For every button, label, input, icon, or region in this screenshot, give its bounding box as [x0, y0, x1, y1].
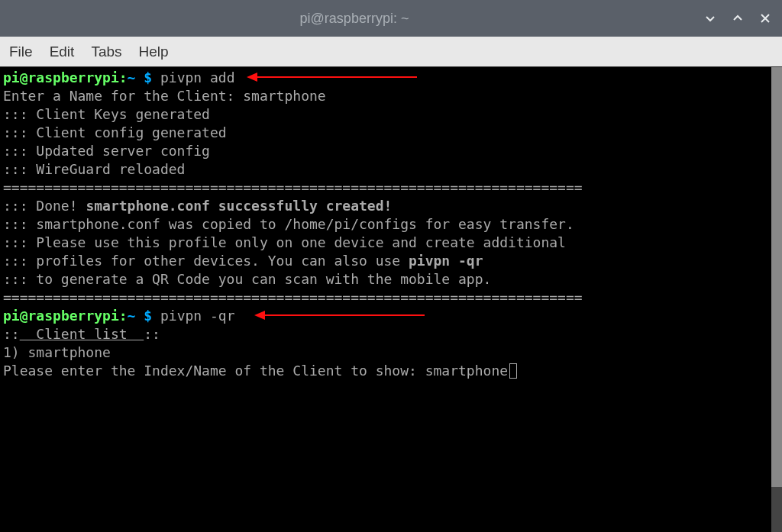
- command-1: pivpn add: [160, 69, 235, 85]
- terminal-line: ::: smartphone.conf was copied to /home/…: [3, 216, 574, 232]
- terminal-line: ::: Updated server config: [3, 143, 210, 159]
- titlebar[interactable]: pi@raspberrypi: ~: [0, 0, 782, 37]
- menu-tabs[interactable]: Tabs: [91, 44, 121, 60]
- cursor: [509, 363, 517, 379]
- terminal-line: 1) smartphone: [3, 344, 111, 360]
- prompt-at: @: [20, 308, 28, 324]
- terminal-area[interactable]: pi@raspberrypi:~ $ pivpn add Enter a Nam…: [0, 67, 782, 532]
- terminal-line: ::: [3, 326, 20, 342]
- prompt-dollar: $: [144, 308, 152, 324]
- menu-file[interactable]: File: [9, 44, 33, 60]
- terminal-line: Enter a Name for the Client: smartphone: [3, 88, 326, 104]
- terminal-line: ::: profiles for other devices. You can …: [3, 253, 409, 269]
- prompt-path: ~: [128, 69, 136, 85]
- terminal-line: ::: WireGuard reloaded: [3, 161, 185, 177]
- terminal-line: ::: Please use this profile only on one …: [3, 234, 566, 250]
- prompt-user: pi: [3, 69, 20, 85]
- prompt-colon: :: [119, 308, 128, 324]
- prompt-at: @: [20, 69, 28, 85]
- prompt-user: pi: [3, 308, 20, 324]
- maximize-icon[interactable]: [729, 9, 747, 27]
- menubar: File Edit Tabs Help: [0, 37, 782, 67]
- scrollbar[interactable]: [771, 67, 782, 532]
- prompt-colon: :: [119, 69, 128, 85]
- terminal-line: pivpn -qr: [409, 253, 483, 269]
- menu-edit[interactable]: Edit: [50, 44, 75, 60]
- terminal-line: ::: Done!: [3, 198, 86, 214]
- terminal-line: ::: [144, 326, 160, 342]
- terminal-line: ::: to generate a QR Code you can scan w…: [3, 271, 491, 287]
- scrollbar-thumb[interactable]: [771, 67, 782, 487]
- terminal-window: pi@raspberrypi: ~ File Edit Tabs Help pi…: [0, 0, 782, 532]
- terminal-line: smartphone.conf successfully created!: [86, 198, 392, 214]
- menu-help[interactable]: Help: [139, 44, 169, 60]
- window-controls: [701, 9, 774, 27]
- terminal-content: pi@raspberrypi:~ $ pivpn add Enter a Nam…: [3, 69, 779, 380]
- prompt-host: raspberrypi: [28, 69, 119, 85]
- terminal-line: ::: Client config generated: [3, 124, 227, 140]
- terminal-line: ========================================…: [3, 179, 583, 195]
- prompt-dollar: $: [144, 69, 152, 85]
- terminal-line: Please enter the Index/Name of the Clien…: [3, 363, 508, 379]
- window-title: pi@raspberrypi: ~: [8, 11, 701, 27]
- terminal-line: ::: Client Keys generated: [3, 106, 210, 122]
- terminal-line: ========================================…: [3, 289, 583, 305]
- minimize-icon[interactable]: [701, 9, 719, 27]
- command-2: pivpn -qr: [160, 308, 235, 324]
- terminal-line: Client list: [20, 326, 144, 342]
- prompt-host: raspberrypi: [28, 308, 119, 324]
- prompt-path: ~: [128, 308, 136, 324]
- close-icon[interactable]: [756, 9, 774, 27]
